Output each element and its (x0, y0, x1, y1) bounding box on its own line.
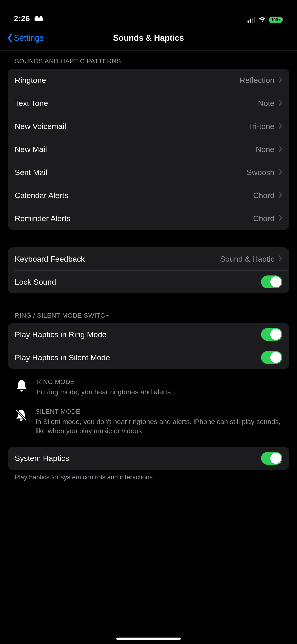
status-time: 2:26 (14, 14, 30, 23)
silent-mode-note: SILENT MODE In Silent mode, you don't he… (15, 408, 282, 436)
sleep-icon (34, 15, 43, 22)
battery-indicator: 100 (269, 16, 283, 23)
navigation-bar: Settings Sounds & Haptics (0, 25, 297, 51)
bell-icon (15, 378, 28, 397)
sent-mail-value: Swoosh (246, 168, 274, 177)
system-haptics-row: System Haptics (8, 447, 289, 470)
ring-silent-group: Play Haptics in Ring Mode Play Haptics i… (8, 323, 289, 369)
ringtone-row[interactable]: Ringtone Reflection (8, 69, 289, 92)
chevron-right-icon (278, 122, 282, 130)
chevron-left-icon (7, 34, 12, 42)
lock-sound-row: Lock Sound (8, 270, 289, 294)
chevron-right-icon (278, 215, 282, 222)
ring-mode-note: RING MODE In Ring mode, you hear rington… (15, 378, 282, 397)
text-tone-row[interactable]: Text Tone Note (8, 92, 289, 115)
status-bar: 2:26 100 (0, 0, 297, 25)
section-header-sounds: SOUNDS AND HAPTIC PATTERNS (8, 51, 289, 69)
sent-mail-row[interactable]: Sent Mail Swoosh (8, 161, 289, 184)
system-haptics-footer: Play haptics for system controls and int… (8, 470, 289, 481)
keyboard-feedback-row[interactable]: Keyboard Feedback Sound & Haptic (8, 247, 289, 270)
haptics-silent-row: Play Haptics in Silent Mode (8, 346, 289, 369)
haptics-ring-toggle[interactable] (261, 328, 282, 341)
section-header-ring-silent: RING / SILENT MODE SWITCH (8, 305, 289, 323)
system-haptics-label: System Haptics (15, 454, 261, 463)
chevron-right-icon (278, 100, 282, 107)
system-haptics-group: System Haptics (8, 447, 289, 470)
sent-mail-label: Sent Mail (15, 168, 246, 177)
silent-mode-desc: In Silent mode, you don't hear ringtones… (36, 417, 282, 436)
lock-sound-toggle[interactable] (261, 276, 282, 288)
svg-rect-1 (36, 16, 38, 18)
reminder-alerts-label: Reminder Alerts (15, 214, 253, 223)
status-left: 2:26 (14, 14, 43, 23)
back-button[interactable]: Settings (0, 33, 44, 43)
svg-rect-2 (40, 16, 42, 18)
cellular-signal-icon (248, 17, 255, 22)
ring-mode-title: RING MODE (36, 378, 173, 386)
back-label: Settings (14, 33, 44, 43)
new-voicemail-value: Tri-tone (248, 122, 274, 131)
svg-rect-0 (34, 18, 43, 21)
chevron-right-icon (278, 76, 282, 84)
chevron-right-icon (278, 192, 282, 199)
sounds-group: Ringtone Reflection Text Tone Note New V… (8, 69, 289, 230)
haptics-ring-label: Play Haptics in Ring Mode (15, 330, 261, 339)
bell-slash-icon (15, 408, 28, 436)
lock-sound-label: Lock Sound (15, 278, 261, 286)
text-tone-value: Note (258, 99, 274, 108)
battery-level: 100 (271, 18, 278, 22)
home-indicator[interactable] (116, 638, 181, 640)
haptics-silent-label: Play Haptics in Silent Mode (15, 353, 261, 362)
system-haptics-toggle[interactable] (261, 452, 282, 465)
chevron-right-icon (278, 146, 282, 153)
page-title: Sounds & Haptics (0, 33, 297, 43)
new-mail-row[interactable]: New Mail None (8, 138, 289, 161)
calendar-alerts-row[interactable]: Calendar Alerts Chord (8, 184, 289, 207)
new-voicemail-row[interactable]: New Voicemail Tri-tone (8, 115, 289, 138)
haptics-silent-toggle[interactable] (261, 351, 282, 364)
reminder-alerts-value: Chord (253, 214, 274, 223)
calendar-alerts-value: Chord (253, 191, 274, 200)
chevron-right-icon (278, 168, 282, 176)
ringtone-label: Ringtone (15, 76, 240, 85)
new-mail-value: None (256, 145, 274, 154)
text-tone-label: Text Tone (15, 99, 258, 108)
keyboard-feedback-label: Keyboard Feedback (15, 254, 220, 264)
calendar-alerts-label: Calendar Alerts (15, 191, 253, 200)
keyboard-feedback-value: Sound & Haptic (220, 254, 274, 264)
ring-mode-desc: In Ring mode, you hear ringtones and ale… (36, 388, 173, 397)
new-mail-label: New Mail (15, 145, 256, 154)
reminder-alerts-row[interactable]: Reminder Alerts Chord (8, 207, 289, 230)
wifi-icon (258, 16, 266, 23)
feedback-group: Keyboard Feedback Sound & Haptic Lock So… (8, 247, 289, 294)
chevron-right-icon (278, 255, 282, 262)
status-right: 100 (248, 16, 283, 23)
silent-mode-title: SILENT MODE (36, 408, 282, 415)
haptics-ring-row: Play Haptics in Ring Mode (8, 323, 289, 346)
ringtone-value: Reflection (240, 76, 274, 85)
mode-notes: RING MODE In Ring mode, you hear rington… (8, 369, 289, 436)
new-voicemail-label: New Voicemail (15, 122, 248, 131)
